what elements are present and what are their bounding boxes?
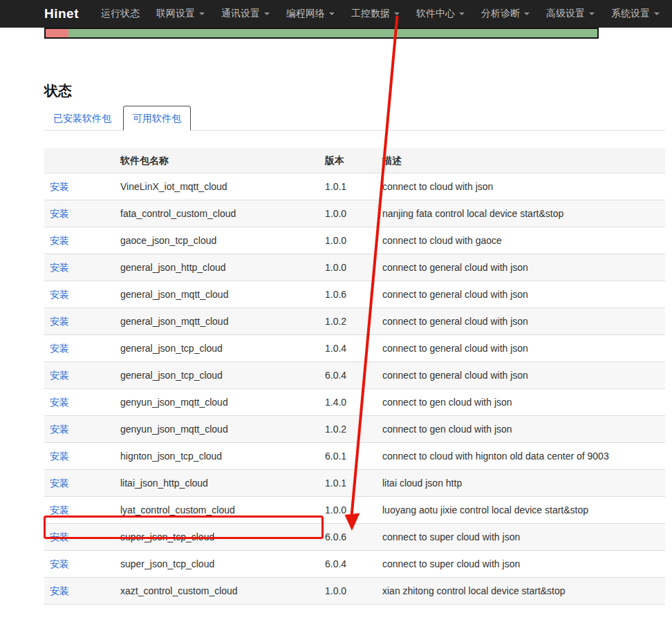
package-version: 1.0.4 <box>319 335 377 362</box>
table-row: 安装general_json_http_cloud1.0.0connect to… <box>44 254 665 281</box>
package-name: super_json_tcp_cloud <box>115 524 319 551</box>
package-version: 6.0.6 <box>319 524 377 551</box>
install-link[interactable]: 安装 <box>50 181 69 192</box>
page: Hinet 运行状态联网设置通讯设置编程网络工控数据软件中心分析诊断高级设置系统… <box>0 0 672 624</box>
brand-logo[interactable]: Hinet <box>44 6 79 21</box>
nav-item-programming-network[interactable]: 编程网络 <box>278 0 343 28</box>
nav-item-comm-settings[interactable]: 通讯设置 <box>213 0 278 28</box>
nav-item-software-center[interactable]: 软件中心 <box>408 0 473 28</box>
package-version: 1.0.6 <box>319 281 377 308</box>
page-title: 状态 <box>44 81 665 100</box>
package-name: fata_control_custom_cloud <box>115 200 319 227</box>
caret-down-icon <box>589 12 595 15</box>
caret-down-icon <box>459 12 465 15</box>
table-row: 安装general_json_tcp_cloud6.0.4connect to … <box>44 362 665 389</box>
nav-item-network-settings[interactable]: 联网设置 <box>148 0 213 28</box>
table-row: 安装xazt_control_custom_cloud1.0.0xian zhi… <box>44 578 665 605</box>
install-link[interactable]: 安装 <box>50 370 69 381</box>
table-row: 安装general_json_mqtt_cloud1.0.6connect to… <box>44 281 665 308</box>
package-name: genyun_json_mqtt_cloud <box>115 416 319 443</box>
nav-item-system-settings[interactable]: 系统设置 <box>603 0 668 28</box>
package-description: connect to gen cloud with json <box>377 416 665 443</box>
packages-table: 软件包名称 版本 描述 安装VineLinX_iot_mqtt_cloud1.0… <box>44 148 665 605</box>
package-version: 1.4.0 <box>319 389 377 416</box>
status-progress-bar <box>44 28 599 39</box>
package-name: lyat_control_custom_cloud <box>115 497 319 524</box>
package-name: litai_json_http_cloud <box>115 470 319 497</box>
package-name: VineLinX_iot_mqtt_cloud <box>115 173 319 200</box>
install-link[interactable]: 安装 <box>50 289 69 300</box>
nav-item-logout[interactable]: 退出 <box>668 0 672 28</box>
nav-menu: 运行状态联网设置通讯设置编程网络工控数据软件中心分析诊断高级设置系统设置退出 <box>93 0 672 28</box>
table-row: 安装genyun_json_mqtt_cloud1.4.0connect to … <box>44 389 665 416</box>
caret-down-icon <box>654 12 660 15</box>
install-link[interactable]: 安装 <box>50 558 69 569</box>
install-link[interactable]: 安装 <box>50 585 69 596</box>
column-header-version: 版本 <box>319 148 377 173</box>
nav-item-label: 编程网络 <box>286 8 325 20</box>
tab-available-packages[interactable]: 可用软件包 <box>123 106 191 131</box>
install-link[interactable]: 安装 <box>50 478 69 489</box>
table-header-row: 软件包名称 版本 描述 <box>44 148 665 173</box>
package-version: 1.0.2 <box>319 308 377 335</box>
package-name: general_json_tcp_cloud <box>115 335 319 362</box>
table-row: 安装super_json_tcp_cloud6.0.4connect to su… <box>44 551 665 578</box>
package-name: gaoce_json_tcp_cloud <box>115 227 319 254</box>
install-link[interactable]: 安装 <box>50 343 69 354</box>
caret-down-icon <box>394 12 400 15</box>
install-link[interactable]: 安装 <box>50 424 69 435</box>
nav-item-label: 分析诊断 <box>481 8 520 20</box>
column-header-description: 描述 <box>377 148 665 173</box>
table-row: 安装hignton_json_tcp_cloud6.0.1connect to … <box>44 443 665 470</box>
table-row-highlighted: 安装super_json_tcp_cloud6.0.6connect to su… <box>44 524 665 551</box>
table-row: 安装general_json_mqtt_cloud1.0.2connect to… <box>44 308 665 335</box>
column-header-action <box>44 148 115 173</box>
install-link[interactable]: 安装 <box>50 262 69 273</box>
caret-down-icon <box>524 12 530 15</box>
package-description: connect to general cloud with json <box>377 308 665 335</box>
package-description: xian zhitong control local device start&… <box>377 578 665 605</box>
nav-item-run-status[interactable]: 运行状态 <box>93 0 148 28</box>
tab-installed-packages[interactable]: 已安装软件包 <box>44 106 120 130</box>
package-name: general_json_mqtt_cloud <box>115 308 319 335</box>
package-version: 6.0.4 <box>319 362 377 389</box>
nav-item-label: 高级设置 <box>546 8 585 20</box>
package-version: 1.0.0 <box>319 227 377 254</box>
package-version: 1.0.1 <box>319 470 377 497</box>
install-link[interactable]: 安装 <box>50 397 69 408</box>
package-name: general_json_mqtt_cloud <box>115 281 319 308</box>
package-description: connect to general cloud with json <box>377 362 665 389</box>
install-link[interactable]: 安装 <box>50 451 69 462</box>
column-header-name: 软件包名称 <box>115 148 319 173</box>
table-row: 安装fata_control_custom_cloud1.0.0nanjing … <box>44 200 665 227</box>
package-description: luoyang aotu jixie control local device … <box>377 497 665 524</box>
table-row: 安装litai_json_http_cloud1.0.1litai cloud … <box>44 470 665 497</box>
install-link[interactable]: 安装 <box>50 316 69 327</box>
nav-item-analysis-diagnosis[interactable]: 分析诊断 <box>473 0 538 28</box>
nav-item-advanced-settings[interactable]: 高级设置 <box>538 0 603 28</box>
package-description: connect to gen cloud with json <box>377 389 665 416</box>
package-version: 1.0.2 <box>319 416 377 443</box>
main-content: 状态 已安装软件包 可用软件包 软件包名称 版本 描述 安装VineLinX_i… <box>44 39 665 624</box>
install-link[interactable]: 安装 <box>50 235 69 246</box>
caret-down-icon <box>329 12 335 15</box>
package-name: general_json_tcp_cloud <box>115 362 319 389</box>
package-description: connect to super cloud with json <box>377 524 665 551</box>
install-link[interactable]: 安装 <box>50 208 69 219</box>
progress-segment-used <box>46 29 68 37</box>
install-link[interactable]: 安装 <box>50 531 69 542</box>
nav-item-label: 工控数据 <box>351 8 390 20</box>
package-description: connect to cloud with hignton old data c… <box>377 443 665 470</box>
package-description: litai cloud json http <box>377 470 665 497</box>
nav-item-label: 联网设置 <box>156 8 195 20</box>
install-link[interactable]: 安装 <box>50 504 69 516</box>
progress-segment-free <box>68 29 597 37</box>
nav-item-label: 系统设置 <box>611 8 650 20</box>
package-version: 1.0.0 <box>319 200 377 227</box>
top-navbar: Hinet 运行状态联网设置通讯设置编程网络工控数据软件中心分析诊断高级设置系统… <box>0 0 672 28</box>
package-description: connect to cloud with gaoce <box>377 227 665 254</box>
package-description: connect to cloud with json <box>377 173 665 200</box>
nav-item-industrial-data[interactable]: 工控数据 <box>343 0 408 28</box>
package-description: connect to super cloud with json <box>377 551 665 578</box>
package-version: 1.0.0 <box>319 497 377 524</box>
